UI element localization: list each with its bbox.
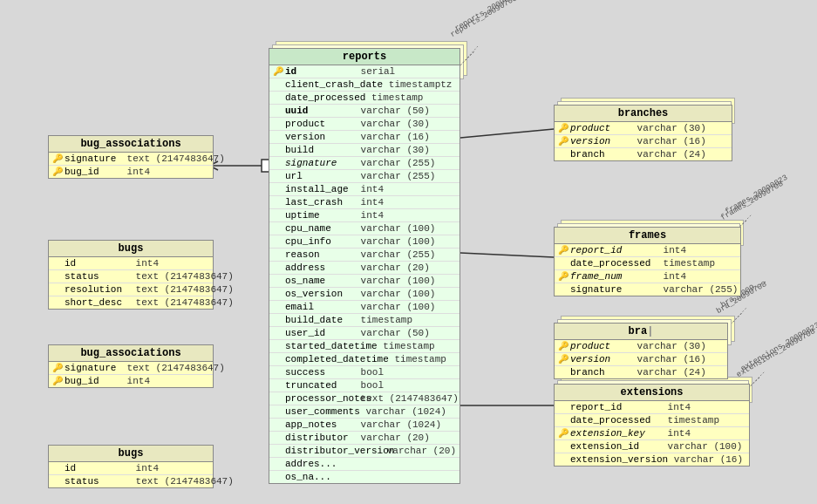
col-type: varchar (24) [631, 367, 706, 378]
col-type: varchar (50) [355, 328, 430, 338]
col-name: date_processed [570, 258, 657, 269]
col-name: user_id [285, 328, 355, 338]
bug-associations-title-1: bug_associations [49, 136, 213, 153]
extensions-table: extensions report_id int4 date_processed… [554, 384, 750, 467]
col-type: text (2147483647) [130, 271, 234, 282]
col-type: varchar (100) [355, 289, 435, 299]
table-row: distributor_version varchar (20) [269, 445, 460, 458]
table-row: cpu_info varchar (100) [269, 235, 460, 249]
col-type: bool [355, 367, 384, 378]
col-type: int4 [130, 463, 159, 473]
table-row: reason varchar (255) [269, 249, 460, 262]
table-row: date_processed timestamp [269, 92, 460, 105]
col-type: timestamp [657, 258, 715, 269]
table-row: 🔑 bug_id int4 [49, 166, 213, 178]
col-type: varchar (16) [631, 354, 706, 364]
table-row: 🔑 signature text (2147483647) [49, 362, 213, 375]
col-type: varchar (30) [631, 123, 706, 133]
col-name: completed_datetime [285, 354, 389, 364]
bug-associations-title-2: bug_associations [49, 345, 213, 362]
table-row: addres... [269, 458, 460, 471]
svg-line-2 [460, 129, 554, 138]
table-row: address varchar (20) [269, 262, 460, 275]
bugs-title-2: bugs [49, 446, 213, 462]
col-name: date_processed [285, 92, 365, 103]
table-row: 🔑 id serial [269, 65, 460, 78]
table-row: signature varchar (255) [555, 283, 740, 296]
col-type: text (2147483647) [130, 284, 234, 295]
table-row: date_processed timestamp [555, 414, 749, 427]
table-row: version varchar (16) [269, 131, 460, 144]
table-row: report_id int4 [555, 401, 749, 414]
col-name: id [65, 258, 130, 269]
col-name: os_version [285, 289, 355, 299]
table-row: truncated bool [269, 379, 460, 392]
col-type: int4 [355, 197, 384, 208]
col-type: varchar (24) [631, 149, 706, 160]
col-name: user_comments [285, 406, 360, 417]
col-name: bug_id [65, 376, 121, 386]
col-name: email [285, 302, 355, 312]
col-name: report_id [570, 245, 657, 255]
table-row: 🔑 version varchar (16) [555, 353, 727, 366]
frames-table-title: frames [555, 228, 740, 244]
col-type: varchar (100) [355, 302, 435, 312]
col-type: varchar (20) [355, 432, 430, 443]
col-name: branch [570, 149, 631, 160]
col-name: version [570, 136, 631, 146]
col-name: signature [570, 284, 657, 295]
col-type: varchar (50) [355, 106, 430, 116]
pk-icon: 🔑 [558, 271, 570, 282]
table-row: id int4 [49, 462, 213, 475]
col-name: cpu_name [285, 223, 355, 234]
col-type: varchar (16) [355, 132, 430, 142]
pk-icon: 🔑 [558, 136, 570, 146]
col-name: id [65, 463, 130, 473]
col-name: build_date [285, 315, 355, 325]
bugs-title-1: bugs [49, 241, 213, 257]
table-row: url varchar (255) [269, 170, 460, 183]
branches-table-title: branches [555, 106, 732, 122]
col-type: varchar (255) [355, 158, 435, 168]
col-name: resolution [65, 284, 130, 295]
col-name: success [285, 367, 355, 378]
canvas: reports_20090708 reports_20090823 report… [0, 0, 817, 504]
table-row: 🔑 bug_id int4 [49, 375, 213, 387]
col-type: varchar (1024) [355, 419, 441, 430]
col-type: timestamp [355, 315, 412, 325]
col-name: distributor_version [285, 446, 381, 456]
table-row: signature varchar (255) [269, 157, 460, 170]
table-row: resolution text (2147483647) [49, 283, 213, 296]
reports-stack-label-1: reports_20090708 [449, 0, 519, 39]
table-row: extension_version varchar (16) [555, 453, 749, 466]
col-name: address [285, 262, 355, 273]
pk-icon: 🔑 [52, 167, 65, 177]
table-row: completed_datetime timestamp [269, 353, 460, 366]
col-type: varchar (20) [381, 446, 456, 456]
col-name: bug_id [65, 167, 121, 177]
pk-icon: 🔑 [558, 245, 570, 255]
table-row: distributor varchar (20) [269, 432, 460, 445]
table-row: 🔑 version varchar (16) [555, 135, 732, 148]
branches-table: branches 🔑 product varchar (30) 🔑 versio… [554, 105, 732, 161]
col-type: varchar (100) [355, 223, 435, 234]
col-name: app_notes [285, 419, 355, 430]
table-row: email varchar (100) [269, 301, 460, 314]
col-type: text (2147483647) [121, 363, 225, 373]
col-name: truncated [285, 380, 355, 391]
pk-icon: 🔑 [273, 66, 285, 77]
bugs-table-1: bugs id int4 status text (2147483647) re… [48, 240, 214, 310]
table-row: branch varchar (24) [555, 148, 732, 160]
table-row: id int4 [49, 257, 213, 270]
table-row: short_desc text (2147483647) [49, 296, 213, 309]
bugs-table-2: bugs id int4 status text (2147483647) [48, 445, 214, 488]
table-row: uptime int4 [269, 209, 460, 222]
col-type: varchar (16) [631, 136, 706, 146]
col-type: timestamptz [383, 79, 452, 90]
col-name: uptime [285, 210, 355, 221]
svg-line-4 [460, 253, 554, 257]
col-type: text (2147483647) [121, 153, 225, 164]
col-type: varchar (30) [355, 145, 430, 155]
table-row: 🔑 signature text (2147483647) [49, 153, 213, 166]
col-type: varchar (100) [355, 276, 435, 286]
